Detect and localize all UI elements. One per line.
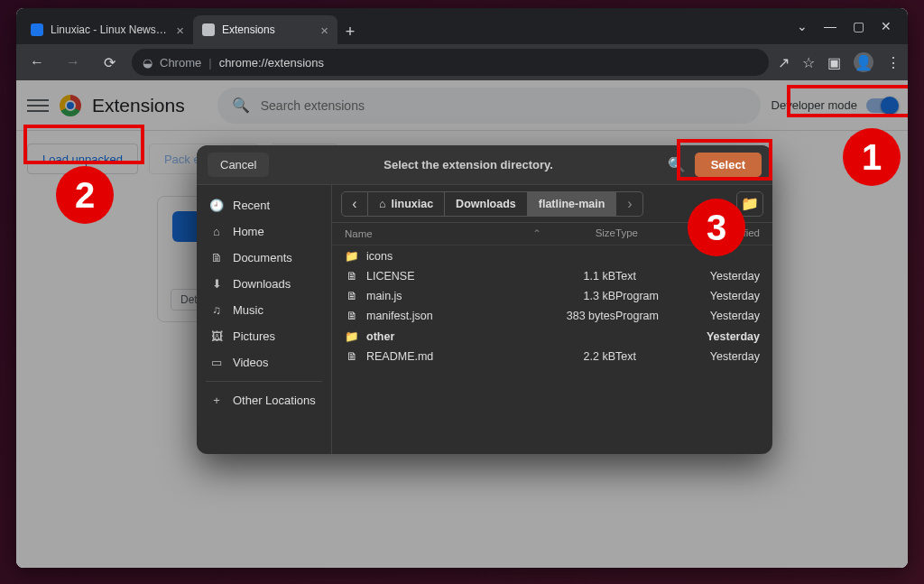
close-window-icon[interactable]: ✕: [881, 19, 892, 33]
annotation-box-devmode: [787, 85, 908, 117]
breadcrumb-home[interactable]: ⌂linuxiac: [368, 191, 445, 217]
download-icon: ⬇: [209, 277, 224, 291]
file-icon: 🗎: [345, 350, 359, 363]
reload-button[interactable]: ⟳: [96, 49, 123, 76]
home-icon: ⌂: [209, 225, 224, 238]
url-text: chrome://extensions: [219, 56, 324, 70]
close-icon[interactable]: ×: [176, 23, 184, 38]
favicon-icon: [31, 23, 43, 36]
url-scheme: Chrome: [160, 56, 201, 70]
sidebar-item-downloads[interactable]: ⬇Downloads: [197, 271, 331, 297]
address-bar[interactable]: ◒ Chrome | chrome://extensions: [132, 49, 769, 76]
tab-extensions[interactable]: Extensions ×: [193, 15, 337, 44]
plus-icon: +: [209, 394, 224, 407]
file-row[interactable]: 🗎README.md2.2 kBTextYesterday: [332, 347, 772, 366]
tab-label: Linuxiac - Linux News, Tu: [51, 23, 169, 36]
tab-label: Extensions: [222, 23, 313, 36]
file-icon: 🗎: [345, 270, 359, 283]
sidebar-item-videos[interactable]: ▭Videos: [197, 349, 331, 375]
tab-strip: Linuxiac - Linux News, Tu × Extensions ×…: [16, 8, 908, 44]
clock-icon: 🕘: [209, 199, 224, 212]
sidebar-item-music[interactable]: ♫Music: [197, 297, 331, 323]
maximize-icon[interactable]: ▢: [853, 19, 864, 33]
file-list: 📁icons🗎LICENSE1.1 kBTextYesterday🗎main.j…: [332, 246, 772, 366]
back-button[interactable]: ←: [23, 49, 51, 76]
file-icon: 📁: [345, 249, 359, 263]
document-icon: 🗎: [209, 251, 224, 264]
dialog-title: Select the extension directory.: [269, 158, 667, 171]
breadcrumb-downloads[interactable]: Downloads: [445, 191, 528, 217]
music-icon: ♫: [209, 303, 224, 317]
col-name[interactable]: Name ⌃: [345, 227, 541, 240]
browser-window: Linuxiac - Linux News, Tu × Extensions ×…: [16, 8, 908, 568]
minimize-icon[interactable]: —: [824, 19, 836, 33]
file-row[interactable]: 🗎main.js1.3 kBProgramYesterday: [332, 286, 772, 306]
annotation-1: 1: [843, 128, 901, 186]
favicon-icon: [202, 23, 215, 36]
sidebar-item-pictures[interactable]: 🖼Pictures: [197, 323, 331, 349]
annotation-3: 3: [688, 199, 745, 256]
forward-button[interactable]: →: [60, 49, 87, 76]
browser-toolbar: ← → ⟳ ◒ Chrome | chrome://extensions ↗ ☆…: [16, 44, 908, 80]
dialog-sidebar: 🕘Recent ⌂Home 🗎Documents ⬇Downloads ♫Mus…: [197, 185, 332, 454]
file-row[interactable]: 📁otherYesterday: [332, 326, 772, 347]
breadcrumb-back-button[interactable]: ‹: [341, 191, 368, 217]
sidebar-item-home[interactable]: ⌂Home: [197, 218, 331, 245]
site-info-icon[interactable]: ◒: [143, 56, 152, 70]
file-icon: 🗎: [345, 290, 359, 302]
new-tab-button[interactable]: +: [337, 19, 363, 44]
close-icon[interactable]: ×: [320, 23, 328, 38]
video-icon: ▭: [209, 356, 224, 369]
sort-asc-icon: ⌃: [532, 227, 541, 240]
extensions-icon[interactable]: ▣: [827, 54, 841, 71]
file-row[interactable]: 🗎manifest.json383 bytesProgramYesterday: [332, 306, 772, 326]
file-row[interactable]: 🗎LICENSE1.1 kBTextYesterday: [332, 266, 772, 286]
tab-linuxiac[interactable]: Linuxiac - Linux News, Tu ×: [22, 15, 193, 44]
window-controls: ⌄ — ▢ ✕: [797, 8, 902, 44]
file-icon: 📁: [345, 329, 359, 343]
image-icon: 🖼: [209, 329, 224, 343]
annotation-box-load-unpacked: [23, 125, 144, 164]
annotation-box-select: [677, 139, 772, 181]
sidebar-item-other-locations[interactable]: +Other Locations: [197, 387, 331, 413]
bookmark-icon[interactable]: ☆: [802, 54, 815, 71]
col-size[interactable]: Size: [541, 227, 615, 240]
breadcrumb-forward-button: ›: [616, 191, 643, 217]
cancel-button[interactable]: Cancel: [208, 153, 269, 177]
profile-avatar[interactable]: 👤: [854, 52, 873, 72]
annotation-2: 2: [56, 166, 114, 224]
sidebar-item-documents[interactable]: 🗎Documents: [197, 245, 331, 271]
file-chooser-dialog: Cancel Select the extension directory. 🔍…: [197, 145, 772, 454]
col-type[interactable]: Type: [615, 227, 686, 240]
kebab-menu-icon[interactable]: ⋮: [886, 54, 901, 71]
sidebar-item-recent[interactable]: 🕘Recent: [197, 192, 331, 218]
home-icon: ⌂: [379, 198, 386, 210]
file-icon: 🗎: [345, 310, 359, 322]
breadcrumb-flatline[interactable]: flatline-main: [528, 191, 617, 217]
share-icon[interactable]: ↗: [778, 54, 790, 71]
chevron-down-icon[interactable]: ⌄: [797, 19, 808, 33]
